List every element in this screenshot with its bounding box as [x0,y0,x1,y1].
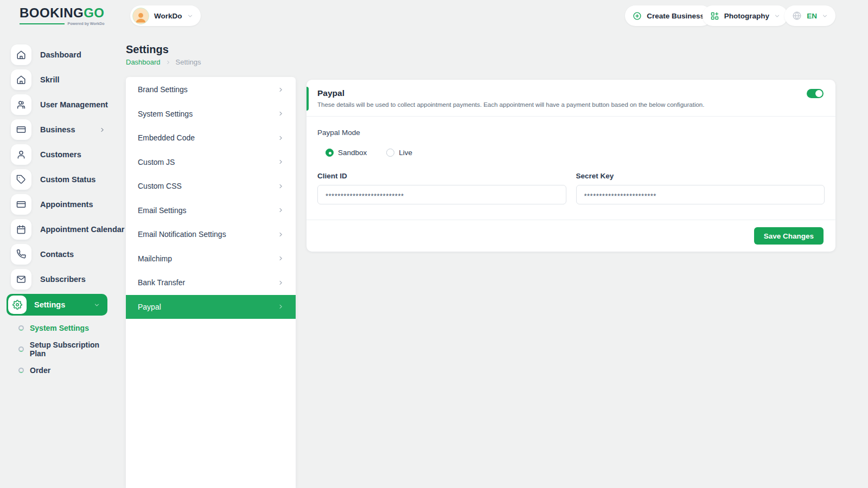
chevron-right-icon [278,135,284,141]
sidebar-item-label: Dashboard [40,50,81,59]
settings-menu-panel: Brand SettingsSystem SettingsEmbedded Co… [126,77,296,488]
person-avatar-icon [134,10,148,24]
settings-menu-item-mailchimp[interactable]: Mailchimp [126,247,296,271]
sidebar-item-skrill[interactable]: Skrill [11,69,107,90]
paypal-mode-radio-live[interactable]: Live [386,149,412,157]
phone-icon [11,244,31,265]
credit-card-icon [11,119,31,140]
sidebar-item-label: Appointments [40,200,93,209]
sidebar-item-user-management[interactable]: User Management [11,94,107,115]
sidebar-subitem-system-settings[interactable]: System Settings [18,320,115,336]
sidebar-item-contacts[interactable]: Contacts [11,244,107,265]
create-business-button[interactable]: Create Business [625,5,712,26]
sidebar-item-label: Contacts [40,250,74,259]
radio-icon [326,149,334,157]
radio-label: Live [399,149,412,157]
bookinggo-logo[interactable]: BOOKINGGO Powered by WorkDo [20,7,105,25]
settings-menu-item-custom-js[interactable]: Custom JS [126,150,296,175]
settings-menu-item-label: Email Settings [138,206,186,215]
workspace-selector[interactable]: WorkDo [130,5,201,26]
field-label: Secret Key [576,172,825,180]
sidebar-subitem-label: System Settings [30,324,89,332]
bullet-icon [18,368,24,373]
sidebar-subitem-order[interactable]: Order [18,362,115,378]
sidebar-item-label: Subscribers [40,275,86,284]
sidebar-item-appointment-calendar[interactable]: Appointment Calendar [11,219,107,240]
toggle-knob [815,90,822,97]
settings-menu-item-email-notification-settings[interactable]: Email Notification Settings [126,222,296,247]
settings-menu-item-brand-settings[interactable]: Brand Settings [126,78,296,102]
users-icon [11,94,31,115]
avatar [132,8,149,24]
sidebar-item-label: User Management [40,100,108,109]
settings-menu-item-custom-css[interactable]: Custom CSS [126,174,296,198]
bullet-icon [18,346,24,352]
plus-circle-icon [633,11,642,21]
chevron-right-icon [278,183,284,189]
sidebar-item-label: Custom Status [40,175,95,184]
chevron-down-icon [94,302,100,308]
sidebar-item-label: Business [40,125,75,134]
chevron-right-icon [278,304,284,310]
chevron-right-icon [278,111,284,117]
chevron-down-icon [187,13,193,19]
logo-powered-by: Powered by WorkDo [20,22,105,25]
paypal-card-footer: Save Changes [307,220,835,252]
settings-menu-item-label: Email Notification Settings [138,230,226,239]
create-business-label: Create Business [647,12,704,20]
settings-menu-item-label: Mailchimp [138,254,172,263]
secret-key-input[interactable] [576,185,825,204]
chevron-right-icon [278,232,284,237]
settings-menu-item-label: Embedded Code [138,133,195,142]
sidebar-item-settings[interactable]: Settings [7,294,107,316]
sidebar-item-label: Skrill [40,75,59,84]
paypal-enabled-toggle[interactable] [807,89,824,98]
sidebar-item-custom-status[interactable]: Custom Status [11,169,107,190]
settings-menu-item-paypal[interactable]: Paypal [126,295,296,319]
client-id-input[interactable] [317,185,566,204]
radio-icon [386,149,394,157]
settings-menu-item-email-settings[interactable]: Email Settings [126,198,296,223]
settings-menu-item-label: Paypal [138,303,161,311]
chevron-right-icon [278,159,284,165]
sidebar-item-subscribers[interactable]: Subscribers [11,269,107,290]
language-selector[interactable]: EN [784,5,835,26]
sidebar-item-label: Settings [34,300,65,309]
home-icon [11,44,31,65]
save-changes-button[interactable]: Save Changes [754,227,824,245]
settings-menu-item-label: Brand Settings [138,85,188,94]
user-icon [11,144,31,165]
sidebar-item-business[interactable]: Business [11,119,107,140]
chevron-down-icon [822,13,828,19]
field-client-id: Client ID [317,172,566,204]
breadcrumb: Dashboard Settings [126,58,201,66]
bullet-icon [18,325,24,331]
sidebar-item-dashboard[interactable]: Dashboard [11,44,107,65]
logo-wordmark: BOOKINGGO [20,7,105,20]
paypal-credential-fields: Client IDSecret Key [317,172,825,204]
workspace-label: WorkDo [154,12,182,20]
field-label: Client ID [317,172,566,180]
business-type-label: Photography [724,12,769,20]
globe-icon [792,11,802,21]
sidebar-item-customers[interactable]: Customers [11,144,107,165]
chevron-right-icon [278,280,284,286]
settings-menu-item-embedded-code[interactable]: Embedded Code [126,126,296,150]
topbar: BOOKINGGO Powered by WorkDo WorkDo Creat… [0,0,868,31]
paypal-mode-options: SandboxLive [317,149,825,157]
chevron-right-icon [278,87,284,93]
sidebar-subitem-setup-subscription-plan[interactable]: Setup Subscription Plan [18,341,115,357]
sidebar-item-appointments[interactable]: Appointments [11,194,107,215]
paypal-mode-radio-sandbox[interactable]: Sandbox [326,149,367,157]
settings-menu-item-bank-transfer[interactable]: Bank Transfer [126,271,296,295]
breadcrumb-dashboard-link[interactable]: Dashboard [126,58,161,66]
credit-card-icon [11,194,31,215]
business-type-selector[interactable]: Photography [703,5,788,26]
paypal-card-body: Paypal Mode SandboxLive Client IDSecret … [307,117,835,220]
tag-icon [11,169,31,190]
sidebar-subitem-label: Order [30,366,50,375]
sidebar-item-label: Customers [40,150,81,159]
settings-menu-item-system-settings[interactable]: System Settings [126,102,296,126]
grid-plus-icon [710,11,719,21]
settings-menu-item-label: System Settings [138,110,193,118]
